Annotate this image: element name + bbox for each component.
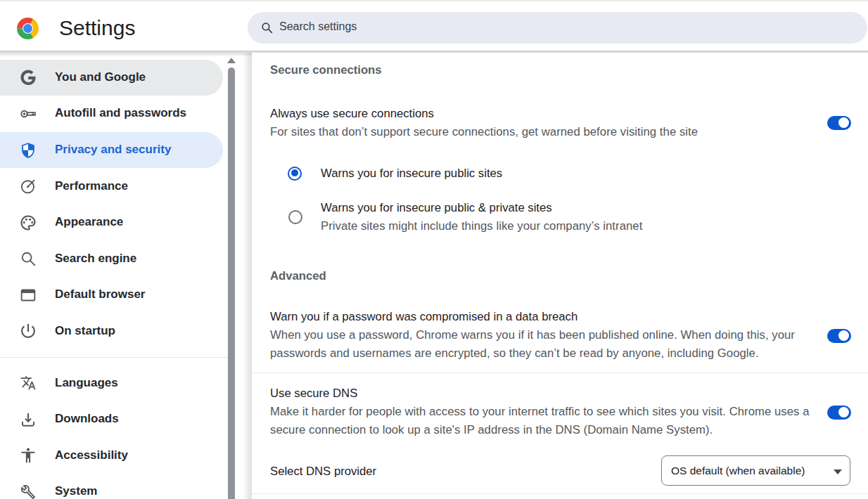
sidebar-item-default-browser[interactable]: Default browser (0, 277, 223, 313)
sidebar-item-label: Languages (55, 365, 118, 401)
setting-description-line: Make it harder for people with access to… (270, 403, 809, 421)
shield-checker-icon (20, 143, 36, 158)
setting-row-always-use-secure-connections: Always use secure connections For sites … (270, 105, 698, 141)
sidebar-item-label: Search engine (55, 240, 136, 276)
magnifier-icon (20, 251, 36, 266)
sidebar-item-label: Privacy and security (55, 131, 171, 167)
sidebar-item-label: You and Google (55, 59, 146, 95)
dns-provider-select[interactable]: OS default (when available) (661, 455, 850, 486)
sidebar-item-label: System (55, 473, 97, 499)
translate-icon (20, 375, 36, 391)
toggle-knob (838, 330, 849, 341)
settings-content: Secure connections Always use secure con… (252, 53, 868, 499)
sidebar-item-languages[interactable]: Languages (0, 365, 223, 401)
browser-window-icon (20, 287, 36, 303)
setting-row-password-breach-warning: Warn you if a password was compromised i… (270, 308, 795, 363)
speedometer-icon (20, 179, 36, 194)
setting-description: For sites that don’t support secure conn… (270, 123, 698, 141)
search-placeholder: Search settings (279, 11, 357, 42)
section-heading-advanced: Advanced (270, 267, 326, 285)
sidebar-item-privacy-and-security[interactable]: Privacy and security (0, 132, 223, 168)
always-use-secure-connections-toggle[interactable] (827, 116, 851, 130)
accessibility-person-icon (20, 448, 36, 463)
sidebar-divider (0, 357, 228, 358)
toggle-knob (838, 117, 849, 128)
select-dns-provider-label: Select DNS provider (270, 462, 376, 481)
search-icon (261, 22, 273, 34)
search-input[interactable]: Search settings (248, 12, 867, 44)
dropdown-arrow-icon (834, 469, 842, 474)
sidebar-item-label: Default browser (55, 276, 145, 312)
scrollbar-up-arrow[interactable] (227, 58, 236, 63)
use-secure-dns-toggle[interactable] (827, 406, 851, 420)
setting-description-line: passwords and usernames are encrypted, s… (270, 344, 795, 363)
setting-description-line: secure connection to look up a site's IP… (270, 421, 809, 439)
radio-label-public-private-sites[interactable]: Warns you for insecure public & private … (321, 199, 642, 235)
google-g-icon (20, 70, 36, 85)
settings-header: Settings Search settings (0, 1, 868, 51)
sidebar-item-downloads[interactable]: Downloads (0, 401, 223, 437)
section-heading-secure-connections: Secure connections (270, 61, 382, 79)
wrench-icon (20, 484, 36, 499)
chrome-logo-icon (17, 18, 39, 39)
sidebar-item-appearance[interactable]: Appearance (0, 205, 223, 240)
palette-icon (20, 215, 36, 231)
dns-provider-selected-value: OS default (when available) (671, 456, 805, 485)
sidebar-item-label: On startup (55, 313, 115, 349)
power-icon (20, 323, 36, 339)
password-breach-warning-toggle[interactable] (827, 329, 851, 343)
sidebar-item-label: Accessibility (55, 437, 128, 473)
sidebar-item-on-startup[interactable]: On startup (0, 313, 223, 349)
page-title: Settings (59, 17, 135, 39)
sidebar-item-label: Downloads (55, 401, 119, 436)
sidebar-item-label: Autofill and passwords (55, 95, 186, 131)
settings-sidebar: You and GoogleAutofill and passwordsPriv… (0, 53, 236, 499)
radio-label-public-sites[interactable]: Warns you for insecure public sites (321, 164, 502, 183)
sidebar-item-you-and-google[interactable]: You and Google (0, 60, 223, 96)
sidebar-item-label: Appearance (55, 204, 123, 240)
radio-dot (291, 169, 298, 176)
sidebar-item-accessibility[interactable]: Accessibility (0, 438, 223, 474)
sidebar-item-search-engine[interactable]: Search engine (0, 241, 223, 277)
download-icon (20, 412, 36, 427)
toggle-knob (838, 407, 849, 417)
setting-title: Warn you if a password was compromised i… (270, 308, 795, 326)
radio-warn-insecure-public-private-sites[interactable] (288, 210, 302, 224)
setting-title: Use secure DNS (270, 384, 809, 403)
setting-description-line: When you use a password, Chrome warns yo… (270, 326, 795, 344)
sidebar-item-label: Performance (55, 168, 128, 204)
key-icon (20, 106, 36, 122)
scrollbar-thumb[interactable] (228, 67, 235, 499)
sidebar-item-performance[interactable]: Performance (0, 169, 223, 205)
content-edge-shadow (243, 53, 252, 499)
sidebar-item-system[interactable]: System (0, 474, 223, 499)
setting-title: Always use secure connections (270, 105, 698, 123)
row-separator (253, 493, 868, 494)
radio-warn-insecure-public-sites[interactable] (288, 167, 302, 181)
row-separator (253, 372, 868, 373)
sidebar-item-autofill-and-passwords[interactable]: Autofill and passwords (0, 96, 223, 131)
setting-row-use-secure-dns: Use secure DNS Make it harder for people… (270, 384, 809, 439)
